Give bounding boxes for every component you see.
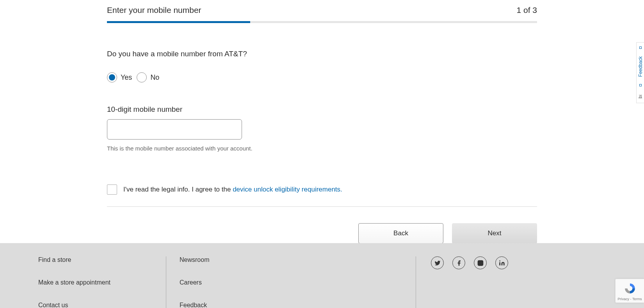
divider: [107, 206, 537, 207]
step-title: Enter your mobile number: [107, 5, 201, 15]
radio-group: Yes No: [107, 72, 537, 82]
radio-circle-selected: [107, 72, 117, 82]
footer: Find a store Make a store appointment Co…: [0, 243, 644, 308]
footer-feedback[interactable]: Feedback: [180, 302, 416, 308]
radio-yes[interactable]: Yes: [107, 72, 132, 82]
radio-yes-label: Yes: [121, 73, 132, 82]
feedback-dot-icon: [639, 84, 642, 86]
feedback-tab-label: Feedback: [638, 56, 643, 77]
facebook-icon[interactable]: [452, 256, 465, 269]
feedback-dot-icon: [639, 47, 642, 49]
next-button[interactable]: Next: [452, 223, 537, 244]
agreement-checkbox[interactable]: [107, 184, 117, 195]
eligibility-link[interactable]: device unlock eligibility requirements.: [233, 186, 342, 193]
feedback-tab[interactable]: Feedback 괴: [636, 42, 644, 103]
question-text: Do you have a mobile number from AT&T?: [107, 50, 537, 58]
footer-newsroom[interactable]: Newsroom: [180, 256, 416, 263]
feedback-ol-icon: 괴: [639, 94, 642, 99]
footer-careers[interactable]: Careers: [180, 279, 416, 286]
input-label: 10-digit mobile number: [107, 105, 537, 114]
svg-rect-3: [499, 262, 500, 265]
svg-point-4: [499, 260, 500, 261]
linkedin-icon[interactable]: [495, 256, 508, 269]
instagram-icon[interactable]: [474, 256, 487, 269]
svg-point-2: [482, 261, 482, 261]
footer-appointment[interactable]: Make a store appointment: [38, 279, 166, 286]
input-hint: This is the mobile number associated wit…: [107, 145, 537, 152]
radio-circle: [137, 72, 147, 82]
recaptcha-badge[interactable]: Privacy - Terms: [615, 279, 644, 303]
recaptcha-text: Privacy - Terms: [618, 297, 642, 301]
twitter-icon[interactable]: [431, 256, 444, 269]
agreement-text: I've read the legal info. I agree to the…: [123, 186, 342, 193]
mobile-number-input[interactable]: [107, 119, 242, 140]
recaptcha-icon: [624, 282, 636, 296]
progress-fill: [107, 21, 250, 23]
radio-no[interactable]: No: [137, 72, 159, 82]
back-button[interactable]: Back: [358, 223, 443, 244]
footer-contact[interactable]: Contact us: [38, 302, 166, 308]
step-counter: 1 of 3: [516, 5, 537, 15]
svg-point-1: [479, 262, 481, 264]
footer-find-store[interactable]: Find a store: [38, 256, 166, 263]
radio-no-label: No: [150, 73, 159, 82]
progress-bar: [107, 21, 537, 23]
